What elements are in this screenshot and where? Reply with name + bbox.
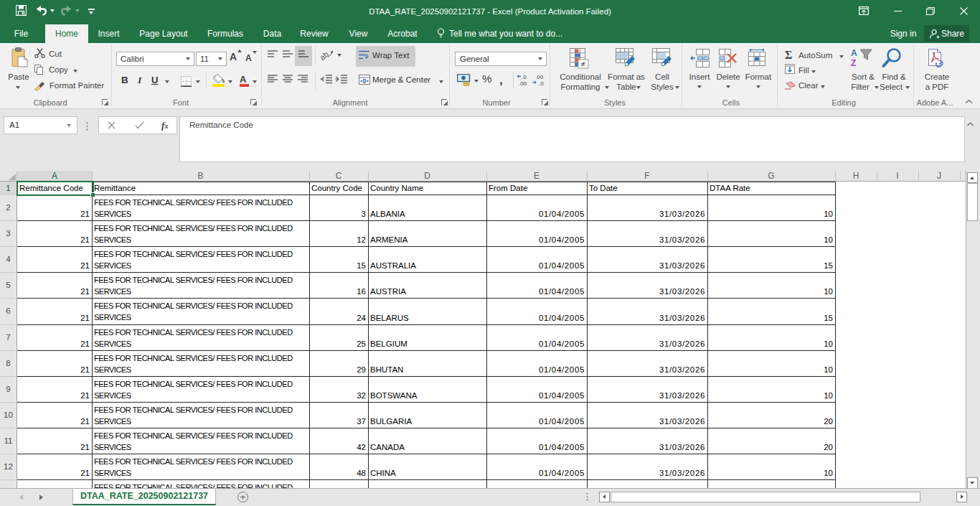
svg-text:≠: ≠ (581, 60, 585, 68)
svg-text:ab: ab (321, 50, 330, 61)
svg-text:Z: Z (851, 58, 856, 67)
svg-text:.0: .0 (539, 80, 544, 86)
svg-text:A: A (851, 48, 857, 58)
svg-text:.00: .00 (519, 80, 527, 86)
